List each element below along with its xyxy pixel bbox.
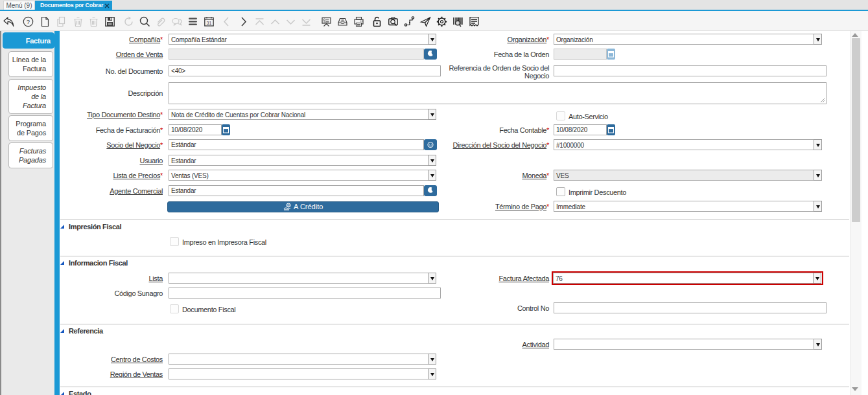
svg-text:?: ?	[27, 18, 30, 25]
svg-text:31: 31	[207, 21, 212, 25]
svg-text:@: @	[287, 203, 290, 207]
